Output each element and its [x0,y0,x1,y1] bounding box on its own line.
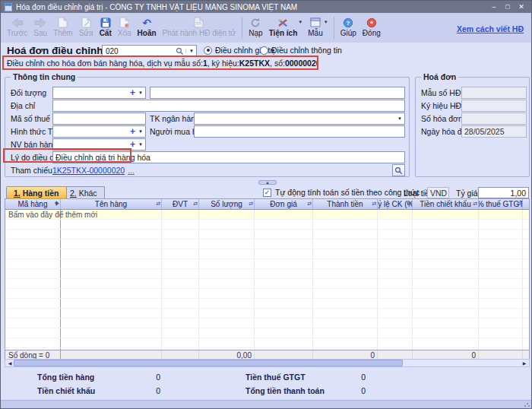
nguoi-mua-hang-field[interactable] [194,125,405,138]
table-row[interactable] [5,269,529,279]
column-header[interactable]: % thuế GTGT⇄ [479,199,523,209]
close-form-button[interactable]: Đóng [359,14,384,39]
table-row[interactable] [5,319,529,328]
minimize-button[interactable]: – [488,3,500,11]
column-header[interactable]: Tỷ lệ CK (%)⇄ [378,199,413,209]
add-new-row-text: Bấm vào đây để thêm mới [8,210,97,220]
add-icon[interactable]: + [130,89,135,97]
tong-tien-thanh-toan-value: 0 [320,386,366,395]
column-header[interactable]: ĐVT⇄ [162,199,199,209]
table-row[interactable] [5,279,529,289]
column-header[interactable]: Mã hàng [5,199,61,209]
table-header: Mã hàngTên hàng⇄ĐVT⇄Số lượng⇄Đơn giá⇄Thà… [5,199,529,210]
table-row[interactable] [5,328,529,338]
ngay-hoa-don-field: 28/05/2025 [461,125,527,138]
template-button[interactable]: Mẫu ▼ [305,14,325,39]
prev-button[interactable]: Trước [4,14,30,39]
add-icon[interactable]: + [130,141,135,148]
add-icon[interactable]: + [130,128,135,135]
tk-ngan-hang-dropdown[interactable]: ▼ [194,113,405,125]
column-fit-icon: ⇄ [156,201,160,207]
column-fit-icon: ⇄ [407,201,411,207]
column-fit-icon: ⇄ [249,201,253,207]
auto-calc-checkbox[interactable]: ✓ Tự động tính toán số tiền theo công th… [263,188,420,197]
tien-chiet-khau-label: Tiền chiết khấu [37,386,95,395]
chevron-down-icon[interactable]: ▼ [298,20,302,24]
undo-button[interactable]: ↶ Hoãn [135,14,160,39]
column-header[interactable]: Thành tiền⇄ [313,199,378,209]
scrollbar-thumb[interactable] [14,360,403,366]
ky-hieu-hd-field [461,100,527,112]
tham-chieu-link[interactable]: 1K25TKX-00000020 [52,166,125,175]
hinh-thuc-tt-combobox[interactable]: +▼ [52,125,146,138]
table-row[interactable] [5,299,529,309]
delete-button[interactable]: Xóa [115,14,135,39]
tham-chieu-zoom-button[interactable] [392,164,405,176]
chevron-down-icon[interactable]: ▼ [138,90,143,95]
nv-ban-hang-combobox[interactable]: +▼ [52,138,146,151]
tong-tien-hang-value: 0 [115,373,160,382]
chevron-down-icon[interactable]: ▼ [185,49,196,53]
scroll-right-icon[interactable]: ▶ [521,360,528,366]
tham-chieu-more-link[interactable]: ... [128,166,135,175]
chevron-down-icon[interactable]: ▼ [138,129,143,134]
add-new-row[interactable]: Bấm vào đây để thêm mới [5,210,529,220]
template-icon [310,16,321,29]
ky-hieu-hd-label: Ký hiệu HĐ [421,101,461,110]
collapse-splitter-button[interactable]: ▲ [258,180,277,185]
column-header[interactable]: Số lượng⇄ [199,199,255,209]
column-fit-icon: ⇄ [372,201,376,207]
maximize-button[interactable]: □ [502,3,514,11]
chevron-down-icon[interactable]: ▼ [324,20,328,24]
new-document-icon [58,16,68,29]
dia-chi-field[interactable] [52,100,405,112]
ma-so-thue-field[interactable] [52,113,146,125]
mau-so-hd-label: Mẫu số HĐ [421,88,461,97]
table-row[interactable] [5,348,529,350]
resize-grip[interactable] [524,401,530,407]
doi-tuong-combobox[interactable]: +▼ [52,87,146,99]
tab-hang-tien[interactable]: 1. Hàng tiền [6,186,67,198]
radio-dot-icon [204,46,212,55]
close-button[interactable]: ✕ [515,3,527,11]
ty-gia-field[interactable]: 1,00 [478,187,529,198]
refresh-icon [250,16,261,29]
table-row[interactable] [5,239,529,249]
table-row[interactable] [5,338,529,348]
how-to-write-invoice-link[interactable]: Xem cách viết HĐ [457,24,524,33]
save-button[interactable]: Cất [97,14,115,39]
column-header[interactable]: Đơn giá⇄ [255,199,313,209]
radio-adjust-info[interactable]: Điều chỉnh thông tin [260,46,342,55]
ly-do-dieu-chinh-field[interactable]: Điều chỉnh giá trị hàng hóa [52,151,405,163]
utilities-icon [277,16,289,29]
utilities-button[interactable]: Tiện ích ▼ [266,14,301,39]
publish-einvoice-button[interactable]: Phát hành HĐ điện tử [160,14,239,39]
table-row[interactable] [5,259,529,269]
invoice-panel-legend: Hoá đơn [421,72,458,81]
column-header[interactable]: T [523,199,529,209]
column-fit-icon: ⇄ [473,201,477,207]
pin-icon [53,201,59,209]
column-header[interactable]: Tên hàng⇄ [61,199,162,209]
general-info-legend: Thông tin chung [11,72,78,81]
tk-ngan-hang-label: TK ngân hàng [150,114,200,123]
table-row[interactable] [5,309,529,319]
add-button[interactable]: Thêm [50,14,76,39]
chevron-down-icon[interactable]: ▼ [397,116,402,121]
table-row[interactable] [5,230,529,239]
doi-tuong-name-field[interactable] [150,87,405,99]
search-icon[interactable] [176,47,184,55]
reload-button[interactable]: Nạp [245,14,265,39]
table-row[interactable] [5,289,529,299]
so-hoa-don-field [461,113,527,125]
edit-button[interactable]: Sửa [76,14,97,39]
table-row[interactable] [5,220,529,230]
horizontal-scrollbar[interactable]: ◀ ▶ [5,359,530,367]
chevron-down-icon[interactable]: ▼ [138,142,143,147]
table-row[interactable] [5,249,529,259]
column-header[interactable]: Tiền chiết khấu⇄ [413,199,479,209]
help-button[interactable]: ? Giúp [337,14,359,39]
tab-khac[interactable]: 2. Khác [62,186,105,198]
scroll-left-icon[interactable]: ◀ [6,360,14,366]
next-button[interactable]: Sau [30,14,50,39]
